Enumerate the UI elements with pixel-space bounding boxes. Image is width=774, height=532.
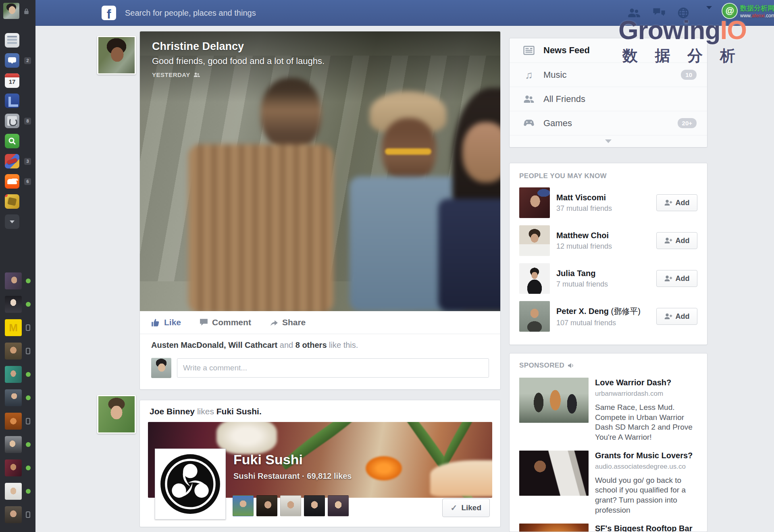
like-button[interactable]: Like (151, 318, 181, 327)
messenger-icon (5, 53, 19, 68)
ad-image[interactable] (519, 524, 589, 532)
friend-item[interactable] (5, 436, 22, 459)
post-author-avatar[interactable] (97, 36, 136, 75)
tomoe-logo-icon (159, 453, 221, 515)
sidebar-item-search-app[interactable] (5, 134, 19, 154)
person-photo[interactable] (519, 225, 550, 256)
friend-avatar (5, 436, 22, 453)
share-button[interactable]: Share (270, 318, 306, 327)
friend-item[interactable] (5, 389, 22, 413)
feed-post-page-like: Joe Binney likes Fuki Sushi. (139, 400, 501, 527)
friend-item[interactable] (5, 506, 22, 530)
nav-item-all-friends[interactable]: All Friends (510, 87, 707, 111)
person-name[interactable]: Matthew Choi (556, 231, 650, 240)
sponsored-ad[interactable]: Love Warrior Dash? urbanwarriordash.com … (519, 378, 697, 443)
add-friend-button[interactable]: Add (656, 232, 697, 249)
sidebar-item-notes[interactable] (5, 94, 19, 114)
games-count-badge: 3 (24, 158, 31, 165)
add-friend-button[interactable]: Add (656, 194, 697, 211)
add-friend-button[interactable]: Add (656, 270, 697, 287)
post-timestamp[interactable]: YESTERDAY (152, 71, 488, 78)
friend-item[interactable]: M (5, 319, 22, 343)
sponsored-ad[interactable]: Grants for Music Lovers? audio.associate… (519, 451, 697, 515)
liker-thumbnail[interactable] (256, 495, 277, 516)
search-input[interactable]: Search for people, places and things (125, 0, 256, 26)
friend-avatar (5, 296, 22, 313)
post-author-name[interactable]: Christine Delancy (152, 40, 488, 53)
post-author-name[interactable]: Joe Binney (150, 407, 195, 416)
nav-item-games[interactable]: Games 20+ (510, 111, 707, 135)
liked-button[interactable]: ✓ Liked (442, 499, 490, 517)
write-comment-input[interactable] (177, 358, 489, 378)
friends-who-like-row (233, 495, 349, 516)
sidebar-apps-expand-button[interactable] (5, 214, 19, 235)
comment-button[interactable]: Comment (200, 318, 251, 327)
person-name[interactable]: Peter X. Deng (鄧修平) (556, 306, 650, 317)
person-name[interactable]: Julia Tang (556, 269, 650, 278)
ad-title[interactable]: SF's Biggest Rooftop Bar (595, 524, 697, 532)
sidebar-item-soundcloud[interactable]: 6 (5, 174, 19, 194)
friend-item[interactable] (5, 296, 22, 319)
sidebar-item-drawing[interactable]: 8 (5, 114, 19, 134)
notification-dot (5, 194, 8, 197)
search-app-icon (5, 134, 19, 148)
ad-image[interactable] (519, 451, 589, 496)
liker-thumbnail[interactable] (304, 495, 325, 516)
mobile-icon (26, 348, 30, 354)
add-friend-button[interactable]: Add (656, 308, 697, 325)
mutual-friends: 12 mutual friends (556, 242, 650, 251)
page-cover[interactable]: Fuki Sushi Sushi Restaurant · 69,812 lik… (148, 422, 492, 498)
thumbs-up-icon (151, 318, 160, 327)
chevron-down-icon (605, 139, 612, 146)
page-name-link[interactable]: Fuki Sushi. (216, 407, 262, 416)
shared-with-friends-icon (194, 73, 200, 77)
growingio-io-accent: IO (720, 16, 747, 45)
friend-item[interactable] (5, 343, 22, 366)
friend-item[interactable] (5, 483, 22, 506)
ad-title[interactable]: Grants for Music Lovers? (595, 451, 697, 461)
person-photo[interactable] (519, 187, 550, 218)
sidebar-item-messages[interactable]: 2 (5, 53, 19, 73)
liker-thumbnail[interactable] (328, 495, 349, 516)
mobile-icon (26, 418, 30, 424)
person-photo[interactable] (519, 263, 550, 294)
likes-summary: Austen MacDonald, Will Cathcart and 8 ot… (140, 334, 500, 353)
sidebar-item-games[interactable]: 3 (5, 154, 19, 174)
post-header-overlay: Christine Delancy Good friends, good foo… (140, 31, 500, 102)
friend-avatar (5, 389, 22, 406)
friend-item[interactable] (5, 366, 22, 389)
sponsored-ad[interactable]: SF's Biggest Rooftop Bar Enjoy cocktails… (519, 524, 697, 532)
friend-item[interactable] (5, 272, 22, 296)
liker-thumbnail[interactable] (233, 495, 254, 516)
ad-title[interactable]: Love Warrior Dash? (595, 378, 697, 388)
check-icon: ✓ (451, 503, 458, 513)
liker-names[interactable]: Austen MacDonald, Will Cathcart (151, 341, 277, 349)
post-photo[interactable]: Christine Delancy Good friends, good foo… (140, 31, 500, 311)
post-author-avatar[interactable] (97, 395, 136, 434)
facebook-logo[interactable]: f (102, 6, 116, 20)
comment-row (140, 353, 500, 387)
post-action-bar: Like Comment Share (140, 311, 500, 334)
page-title[interactable]: Fuki Sushi (233, 452, 352, 468)
friend-item[interactable] (5, 459, 22, 483)
page-profile-logo[interactable] (155, 449, 226, 520)
person-name[interactable]: Matt Viscomi (556, 193, 650, 202)
liker-thumbnail[interactable] (280, 495, 301, 516)
sidebar-item-gifts[interactable] (5, 194, 19, 214)
watermark-site-url: www.afenxi.com (740, 13, 774, 19)
online-dot-icon (26, 466, 31, 470)
nav-expand-button[interactable] (510, 135, 707, 147)
mobile-icon (26, 324, 30, 331)
other-likers-link[interactable]: 8 others (295, 341, 327, 349)
ad-image[interactable] (519, 378, 589, 423)
sidebar-item-news-feed[interactable] (5, 33, 19, 53)
page-subtitle: Sushi Restaurant · 69,812 likes (233, 472, 352, 481)
page-title-block: Fuki Sushi Sushi Restaurant · 69,812 lik… (233, 452, 352, 481)
friend-item[interactable] (5, 413, 22, 436)
add-person-icon (664, 237, 672, 244)
megaphone-icon (568, 363, 574, 368)
sidebar-item-events[interactable]: 17 (5, 73, 19, 94)
current-user-avatar[interactable] (3, 3, 19, 19)
commenter-avatar[interactable] (151, 358, 171, 378)
person-photo[interactable] (519, 301, 550, 332)
